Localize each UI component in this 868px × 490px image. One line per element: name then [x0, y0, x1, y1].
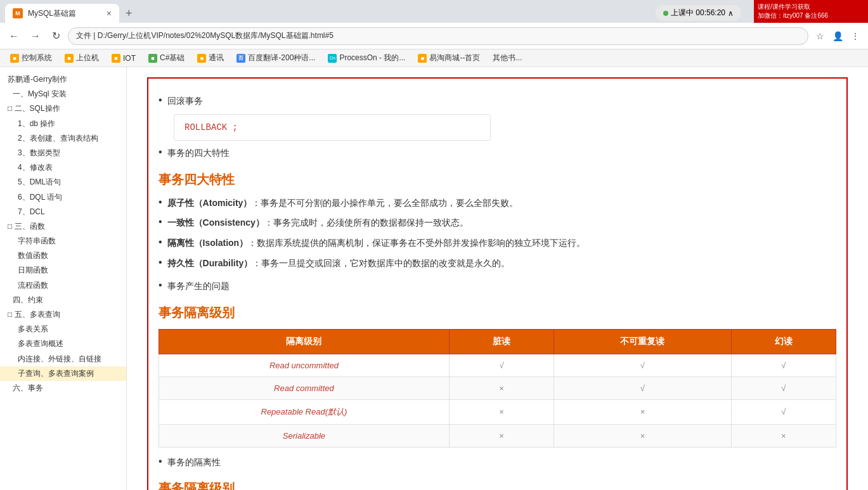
- table-cell-level: Serializable: [159, 424, 450, 447]
- table-cell-level: Read committed: [159, 377, 450, 399]
- toolbar-icons: ☆ 👤 ⋮: [812, 29, 863, 44]
- bookmark-icon[interactable]: ☆: [812, 29, 827, 44]
- main-content: 苏鹏通-Gerry制作 一、MySql 安装 □ 二、SQL操作 1、db 操作…: [0, 67, 868, 490]
- rollback-bullet: • 回滚事务: [159, 94, 836, 109]
- tab-bar: M MySQL基础篇 × + 上课中 00:56:20 ∧ 课程/课件学习获取 …: [0, 0, 868, 23]
- menu-icon[interactable]: ⋮: [848, 29, 863, 44]
- property-text: 持久性（Durability）：事务一旦提交或回滚，它对数据库中的数据的改变就是…: [167, 256, 510, 271]
- ad-line1: 课程/课件学习获取: [758, 3, 864, 11]
- bookmark-控制系统[interactable]: ■ 控制系统: [5, 51, 57, 65]
- sidebar-item-dml[interactable]: 5、DML语句: [0, 175, 126, 190]
- table-cell-nonrepeatable: ×: [554, 424, 731, 447]
- table-row: Repeatable Read(默认)××√: [159, 399, 836, 424]
- bullet-dot2: •: [159, 146, 162, 158]
- table-cell-nonrepeatable: ×: [554, 399, 731, 424]
- sidebar-item-date-functions[interactable]: 日期函数: [0, 263, 126, 278]
- sidebar-item-db-ops[interactable]: 1、db 操作: [0, 117, 126, 131]
- back-button[interactable]: ←: [5, 28, 23, 44]
- bullet-dot-prop: •: [159, 257, 162, 268]
- table-cell-nonrepeatable: √: [554, 377, 731, 399]
- four-properties-text: 事务的四大特性: [167, 146, 230, 161]
- property-item: • 原子性（Atomicity）：事务是不可分割的最小操作单元，要么全部成功，要…: [159, 196, 836, 211]
- forward-button[interactable]: →: [27, 28, 44, 44]
- tab-favicon: M: [13, 8, 23, 18]
- table-header: 幻读: [731, 329, 836, 354]
- code-text: ROLLBACK ;: [185, 122, 238, 132]
- bullet-dot-prop: •: [159, 197, 162, 208]
- sidebar-item-joins[interactable]: 内连接、外链接、自链接: [0, 352, 126, 366]
- code-block-rollback: ROLLBACK ;: [174, 114, 491, 141]
- bookmark-icon-百度: 百: [236, 54, 245, 63]
- table-cell-nonrepeatable: √: [554, 354, 731, 377]
- bookmark-C#基础[interactable]: ■ C#基础: [143, 51, 190, 65]
- bullet-dot-prop: •: [159, 236, 162, 248]
- bookmark-icon-processOn: On: [328, 54, 337, 63]
- bookmarks-bar: ■ 控制系统 ■ 上位机 ■ IOT ■ C#基础 ■ 通讯 百 百度翻译-20…: [0, 49, 868, 67]
- sidebar-item-alter-table[interactable]: 4、修改表: [0, 160, 126, 175]
- table-header: 隔离级别: [159, 329, 450, 354]
- tab-close-button[interactable]: ×: [107, 8, 112, 18]
- four-properties-bullet: • 事务的四大特性: [159, 146, 836, 161]
- timer-text: 上课中 00:56:20: [671, 8, 725, 18]
- bullet-dot-prop: •: [159, 216, 162, 228]
- sidebar-item-numeric-functions[interactable]: 数值函数: [0, 248, 126, 263]
- refresh-button[interactable]: ↻: [48, 27, 64, 44]
- section-title-four-props: 事务四大特性: [159, 171, 836, 188]
- sidebar-item-subquery[interactable]: 子查询、多表查询案例: [0, 366, 126, 381]
- sidebar: 苏鹏通-Gerry制作 一、MySql 安装 □ 二、SQL操作 1、db 操作…: [0, 67, 127, 490]
- table-header: 不可重复读: [554, 329, 731, 354]
- bookmark-易淘商城[interactable]: ■ 易淘商城--首页: [413, 51, 485, 65]
- bookmark-其他书[interactable]: 其他书...: [488, 51, 527, 65]
- sidebar-item-transactions[interactable]: 六、事务: [0, 381, 126, 396]
- sidebar-item-functions[interactable]: □ 三、函数: [0, 219, 126, 234]
- problems-bullet: • 事务产生的问题: [159, 279, 836, 294]
- content-area[interactable]: • 回滚事务 ROLLBACK ; • 事务的四大特性 事务四大特性 • 原子性…: [127, 67, 868, 490]
- property-text: 原子性（Atomicity）：事务是不可分割的最小操作单元，要么全部成功，要么全…: [167, 196, 519, 211]
- browser-frame: M MySQL基础篇 × + 上课中 00:56:20 ∧ 课程/课件学习获取 …: [0, 0, 868, 490]
- sidebar-item-multi-table[interactable]: □ 五、多表查询: [0, 307, 126, 322]
- table-row: Serializable×××: [159, 424, 836, 447]
- sidebar-item-string-functions[interactable]: 字符串函数: [0, 234, 126, 248]
- table-cell-phantom: ×: [731, 424, 836, 447]
- bookmark-icon-控制系统: ■: [10, 54, 19, 63]
- sidebar-item-multi-overview[interactable]: 多表查询概述: [0, 337, 126, 351]
- table-header: 脏读: [449, 329, 554, 354]
- bookmark-icon-易淘: ■: [418, 54, 427, 63]
- table-cell-level: Repeatable Read(默认): [159, 399, 450, 424]
- address-bar[interactable]: [68, 27, 808, 45]
- rollback-title: 回滚事务: [167, 94, 203, 109]
- bullet-dot4: •: [159, 456, 162, 467]
- bookmark-IOT[interactable]: ■ IOT: [107, 53, 141, 64]
- section-title-isolation2: 事务隔离级别: [159, 480, 836, 490]
- bookmark-icon-通讯: ■: [197, 54, 206, 63]
- sidebar-item-constraints[interactable]: 四、约束: [0, 293, 126, 307]
- sidebar-item-dcl[interactable]: 7、DCL: [0, 205, 126, 219]
- sidebar-item-table-create[interactable]: 2、表创建、查询表结构: [0, 131, 126, 146]
- bookmark-icon-C#: ■: [148, 54, 157, 63]
- table-cell-dirty: ×: [449, 399, 554, 424]
- bookmark-上位机[interactable]: ■ 上位机: [60, 51, 104, 65]
- table-cell-level: Read uncommitted: [159, 354, 450, 377]
- ad-area: 课程/课件学习获取 加微信：itzy007 备注666: [754, 0, 868, 23]
- sidebar-item-mysql-install[interactable]: 一、MySql 安装: [0, 87, 126, 101]
- sidebar-item-sql-ops[interactable]: □ 二、SQL操作: [0, 101, 126, 116]
- property-item: • 持久性（Durability）：事务一旦提交或回滚，它对数据库中的数据的改变…: [159, 256, 836, 271]
- bookmark-通讯[interactable]: ■ 通讯: [192, 51, 229, 65]
- bookmark-百度翻译[interactable]: 百 百度翻译-200种语...: [231, 51, 320, 65]
- sidebar-item-dql[interactable]: 6、DQL 语句: [0, 190, 126, 205]
- active-tab[interactable]: M MySQL基础篇 ×: [5, 4, 119, 23]
- bookmark-processOn[interactable]: On ProcessOn - 我的...: [323, 51, 410, 65]
- timer-chevron: ∧: [728, 9, 734, 18]
- property-item: • 一致性（Consistency）：事务完成时，必须使所有的数据都保持一致状态…: [159, 216, 836, 231]
- timer-dot: [663, 11, 668, 16]
- profile-icon[interactable]: 👤: [830, 29, 845, 44]
- table-cell-dirty: √: [449, 354, 554, 377]
- sidebar-item-author: 苏鹏通-Gerry制作: [0, 72, 126, 87]
- new-tab-button[interactable]: +: [120, 4, 138, 23]
- table-cell-dirty: ×: [449, 377, 554, 399]
- sidebar-item-table-relations[interactable]: 多表关系: [0, 322, 126, 337]
- properties-list: • 原子性（Atomicity）：事务是不可分割的最小操作单元，要么全部成功，要…: [159, 196, 836, 271]
- sidebar-item-flow-functions[interactable]: 流程函数: [0, 278, 126, 293]
- sidebar-item-data-types[interactable]: 3、数据类型: [0, 146, 126, 160]
- table-cell-phantom: √: [731, 354, 836, 377]
